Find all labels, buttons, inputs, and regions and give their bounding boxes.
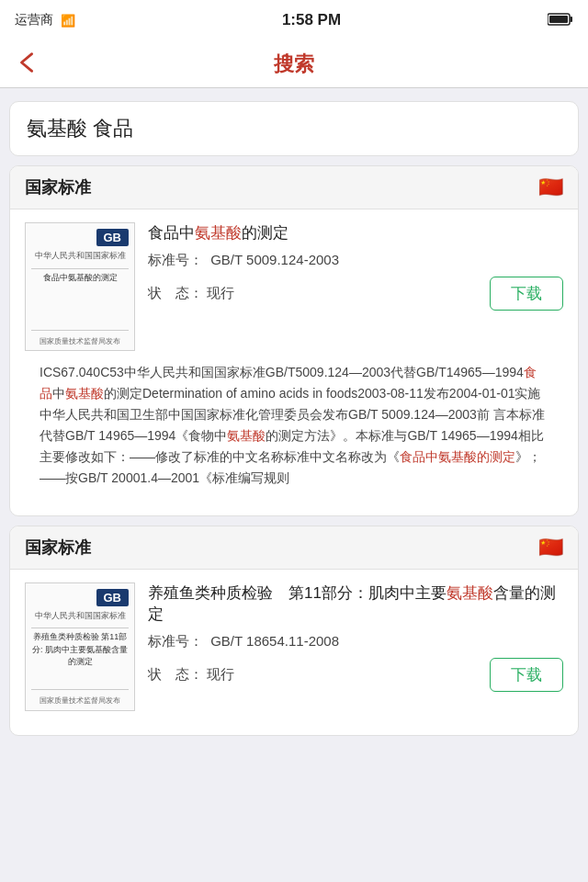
wifi-icon: 📶 [61,14,75,28]
gb-badge-1: GB [96,229,130,246]
china-flag-icon-1: 🇨🇳 [538,175,563,199]
result-title-1: 食品中氨基酸的测定 [148,222,563,244]
thumb-main-text-2: 养殖鱼类种质检验 第11部分: 肌肉中主要氨基酸含量的测定 [31,631,129,686]
battery-icon [548,12,573,29]
result-top-1: GB 中华人民共和国国家标准 食品中氨基酸的测定 国家质量技术监督局发布 食品中… [25,222,563,351]
status-bar-left: 运营商 📶 [15,12,75,28]
thumb-divider-2 [31,330,129,331]
thumb-bottom-text-1: 国家质量技术监督局发布 [40,337,120,346]
standard-label-1: 标准号： [148,252,203,267]
status-bar-time: 1:58 PM [282,11,341,29]
thumb-main-text-1: 食品中氨基酸的测定 [43,272,118,327]
result-status-1: 状 态： 现行 [148,285,234,302]
carrier-label: 运营商 [15,12,53,28]
result-info-1: 食品中氨基酸的测定 标准号： GB/T 5009.124-2003 状 态： 现… [148,222,563,351]
section-header-1: 国家标准 🇨🇳 [10,166,578,209]
result-status-2: 状 态： 现行 [148,666,234,684]
svg-rect-2 [549,16,568,23]
result-thumbnail-2: GB 中华人民共和国国家标准 养殖鱼类种质检验 第11部分: 肌肉中主要氨基酸含… [25,582,135,711]
section-title-1: 国家标准 [25,176,91,198]
title-part-1b: 的测定 [242,224,288,242]
standard-no-1: GB/T 5009.124-2003 [210,252,339,267]
result-thumbnail-1: GB 中华人民共和国国家标准 食品中氨基酸的测定 国家质量技术监督局发布 [25,222,135,351]
result-item-2: GB 中华人民共和国国家标准 养殖鱼类种质检验 第11部分: 肌肉中主要氨基酸含… [10,570,578,735]
svg-rect-1 [571,17,573,22]
title-highlight-1: 氨基酸 [195,224,242,242]
title-part-1a: 食品中 [148,224,195,242]
search-query-box: 氨基酸 食品 [9,101,579,156]
status-label-2: 状 态： [148,666,203,682]
section-title-2: 国家标准 [25,537,91,559]
result-meta-1: 标准号： GB/T 5009.124-2003 [148,252,563,269]
result-meta-2: 标准号： GB/T 18654.11-2008 [148,633,563,650]
status-label-1: 状 态： [148,285,203,300]
result-section-2: 国家标准 🇨🇳 GB 中华人民共和国国家标准 养殖鱼类种质检验 第11部分: 肌… [9,526,579,736]
result-desc-1: ICS67.040C53中华人民共和国国家标准GB/T5009.124—2003… [25,362,563,503]
thumb-divider-3 [31,628,129,628]
standard-label-2: 标准号： [148,633,203,649]
thumb-subtitle-2: 中华人民共和国国家标准 [35,610,126,622]
back-button[interactable] [15,50,40,79]
china-flag-icon-2: 🇨🇳 [538,536,563,560]
standard-no-2: GB/T 18654.11-2008 [210,633,339,649]
download-button-2[interactable]: 下载 [490,658,563,692]
result-item-1: GB 中华人民共和国国家标准 食品中氨基酸的测定 国家质量技术监督局发布 食品中… [10,209,578,515]
download-button-1[interactable]: 下载 [490,277,563,311]
result-title-2: 养殖鱼类种质检验 第11部分：肌肉中主要氨基酸含量的测定 [148,582,563,627]
status-value-2: 现行 [207,666,234,682]
result-status-row-1: 状 态： 现行 下载 [148,277,563,311]
result-status-row-2: 状 态： 现行 下载 [148,658,563,692]
status-value-1: 现行 [207,285,234,300]
result-top-2: GB 中华人民共和国国家标准 养殖鱼类种质检验 第11部分: 肌肉中主要氨基酸含… [25,582,563,711]
thumb-divider-1 [31,268,129,269]
title-highlight-2: 氨基酸 [447,584,493,602]
result-section-1: 国家标准 🇨🇳 GB 中华人民共和国国家标准 食品中氨基酸的测定 国家质量技术监… [9,165,579,516]
status-bar: 运营商 📶 1:58 PM [0,0,588,40]
search-query-text: 氨基酸 食品 [27,117,133,140]
nav-title: 搜索 [274,51,314,78]
thumb-divider-4 [31,689,129,690]
title-part-2a: 养殖鱼类种质检验 第11部分：肌肉中主要 [148,584,447,602]
gb-badge-2: GB [96,589,130,606]
thumb-subtitle-1: 中华人民共和国国家标准 [35,250,126,262]
section-header-2: 国家标准 🇨🇳 [10,526,578,570]
result-info-2: 养殖鱼类种质检验 第11部分：肌肉中主要氨基酸含量的测定 标准号： GB/T 1… [148,582,563,711]
nav-bar: 搜索 [0,40,588,88]
thumb-bottom-text-2: 国家质量技术监督局发布 [40,696,120,706]
